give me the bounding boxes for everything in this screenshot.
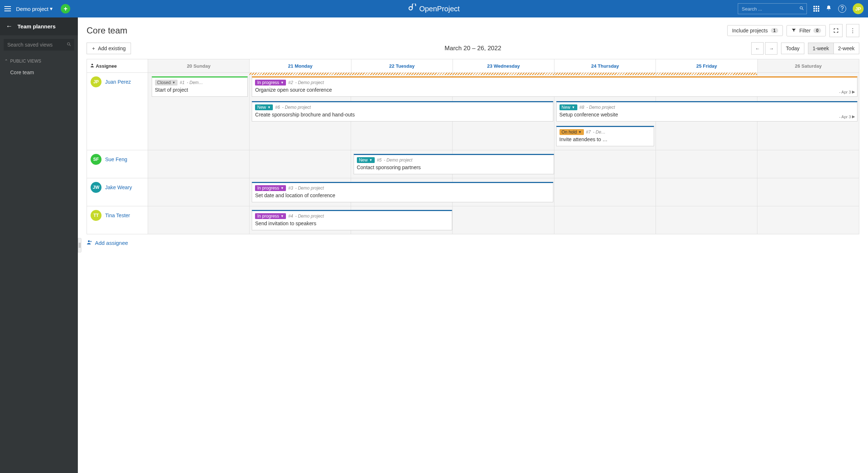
status-badge[interactable]: In progress▼ (255, 185, 286, 191)
sidebar: ← Team planners ⌃ Public views Core team (0, 17, 78, 473)
status-badge[interactable]: On hold▼ (560, 129, 584, 135)
status-badge[interactable]: New▼ (560, 104, 577, 110)
apps-icon[interactable] (813, 6, 819, 12)
wp-project: - Dem… (187, 80, 203, 85)
brand: OpenProject (408, 4, 459, 14)
assignee-name-link[interactable]: Tina Tester (105, 212, 130, 218)
menu-icon[interactable] (4, 6, 11, 11)
more-menu-button[interactable]: ⋮ (846, 24, 859, 37)
avatar: SF (91, 154, 101, 165)
assignee-cell: TT Tina Tester (87, 206, 148, 234)
include-projects-button[interactable]: Include projects 1 (727, 25, 783, 36)
status-badge[interactable]: In progress▼ (255, 80, 286, 86)
svg-line-2 (802, 9, 803, 10)
filter-icon (791, 28, 796, 34)
chevron-down-icon: ▾ (50, 5, 53, 12)
wp-id: #2 (288, 80, 293, 85)
add-existing-button[interactable]: + Add existing (87, 43, 131, 54)
assignee-cell: SF Sue Feng (87, 150, 148, 178)
status-badge[interactable]: In progress▼ (255, 213, 286, 219)
project-selector[interactable]: Demo project ▾ (16, 5, 53, 12)
assignee-name-link[interactable]: Jake Weary (105, 184, 132, 190)
assignee-name-link[interactable]: Juan Perez (105, 79, 131, 85)
status-badge[interactable]: Closed▼ (155, 80, 178, 86)
add-assignee-button[interactable]: Add assignee (87, 239, 859, 246)
wp-id: #1 (180, 80, 184, 85)
planner-row: JW Jake Weary (87, 178, 859, 206)
svg-point-6 (88, 241, 90, 242)
assignee-cell: JP Juan Perez (87, 73, 148, 150)
sidebar-search-input[interactable] (4, 39, 74, 51)
wp-project: - Demo project (295, 214, 324, 219)
sidebar-item-core-team[interactable]: Core team (0, 66, 78, 79)
work-package-card[interactable]: In progress▼ #4 - Demo project Send invi… (252, 210, 452, 230)
user-avatar[interactable]: JP (853, 3, 864, 14)
sidebar-collapse-handle[interactable] (78, 238, 81, 253)
avatar: JP (91, 76, 101, 87)
svg-point-5 (91, 64, 93, 65)
work-package-card[interactable]: New▼ #8 - Demo project Setup conference … (556, 101, 858, 122)
global-search-input[interactable] (738, 3, 807, 14)
next-week-button[interactable]: → (765, 42, 777, 55)
wp-title: Set date and location of conference (255, 192, 550, 198)
column-header-day: 21 Monday (250, 59, 351, 73)
wp-project: - Demo project (384, 158, 413, 163)
assignee-name-link[interactable]: Sue Feng (105, 156, 127, 162)
two-week-view-button[interactable]: 2-week (833, 43, 859, 54)
filter-label: Filter (799, 28, 811, 33)
prev-week-button[interactable]: ← (751, 42, 764, 55)
bell-icon[interactable] (826, 5, 832, 12)
include-projects-count: 1 (771, 28, 779, 33)
column-header-day: 26 Saturday (757, 59, 859, 73)
column-header-assignee: Assignee (87, 59, 148, 73)
search-icon[interactable] (67, 42, 71, 48)
work-package-card[interactable]: On hold▼ #7 - De… Invite attendees to … (556, 126, 654, 146)
fullscreen-button[interactable] (829, 24, 843, 37)
column-header-day: 25 Friday (656, 59, 757, 73)
extend-indicator: - Apr 3▶ (839, 90, 855, 94)
one-week-view-button[interactable]: 1-week (808, 43, 833, 54)
avatar: TT (91, 210, 101, 221)
status-badge[interactable]: New▼ (357, 157, 375, 163)
column-header-day: 22 Tuesday (351, 59, 453, 73)
wp-id: #7 (586, 130, 591, 135)
today-button[interactable]: Today (781, 43, 804, 54)
svg-line-4 (69, 45, 71, 46)
wp-title: Invite attendees to … (560, 136, 651, 142)
wp-id: #6 (275, 105, 280, 110)
planner-row: JP Juan Perez (87, 73, 859, 150)
work-package-card[interactable]: New▼ #6 - Demo project Create sponsorshi… (252, 101, 553, 122)
chevron-icon: ⌃ (4, 59, 8, 64)
search-icon[interactable] (799, 6, 804, 12)
include-projects-label: Include projects (732, 28, 768, 33)
brand-text: OpenProject (419, 5, 459, 13)
toolbar: + Add existing March 20 – 26, 2022 ← → T… (87, 42, 859, 59)
work-package-card[interactable]: In progress▼ #2 - Demo project Organize … (252, 76, 857, 97)
global-add-button[interactable]: + (61, 4, 70, 13)
status-badge[interactable]: New▼ (255, 104, 273, 110)
help-icon[interactable]: ? (838, 5, 846, 13)
extend-indicator: - Apr 3▶ (839, 114, 855, 119)
project-name-label: Demo project (16, 6, 48, 12)
filter-count: 0 (813, 28, 821, 33)
svg-point-1 (800, 7, 803, 9)
main-content: Core team Include projects 1 Filter 0 ⋮ (78, 17, 868, 473)
work-package-card[interactable]: In progress▼ #3 - Demo project Set date … (252, 182, 553, 202)
sidebar-section-label: Public views (10, 59, 41, 64)
page-header: Core team Include projects 1 Filter 0 ⋮ (87, 17, 859, 42)
sidebar-section-public-views[interactable]: ⌃ Public views (0, 56, 78, 66)
wp-title: Send invitation to speakers (255, 220, 449, 226)
date-range-label: March 20 – 26, 2022 (445, 45, 501, 52)
back-arrow-icon[interactable]: ← (6, 23, 12, 30)
wp-project: - Demo project (295, 186, 324, 191)
wp-title: Start of project (155, 87, 244, 93)
planner-row: TT Tina Tester (87, 206, 859, 234)
filter-button[interactable]: Filter 0 (787, 25, 826, 36)
work-package-card[interactable]: New▼ #5 - Demo project Contact sponsorin… (354, 154, 554, 174)
sidebar-header: ← Team planners (0, 17, 78, 35)
column-header-day: 20 Sunday (148, 59, 250, 73)
column-header-day: 24 Thursday (554, 59, 656, 73)
plus-icon: + (92, 45, 95, 51)
assignee-header-label: Assignee (96, 63, 117, 69)
work-package-card[interactable]: Closed▼ #1 - Dem… Start of project (152, 76, 248, 97)
